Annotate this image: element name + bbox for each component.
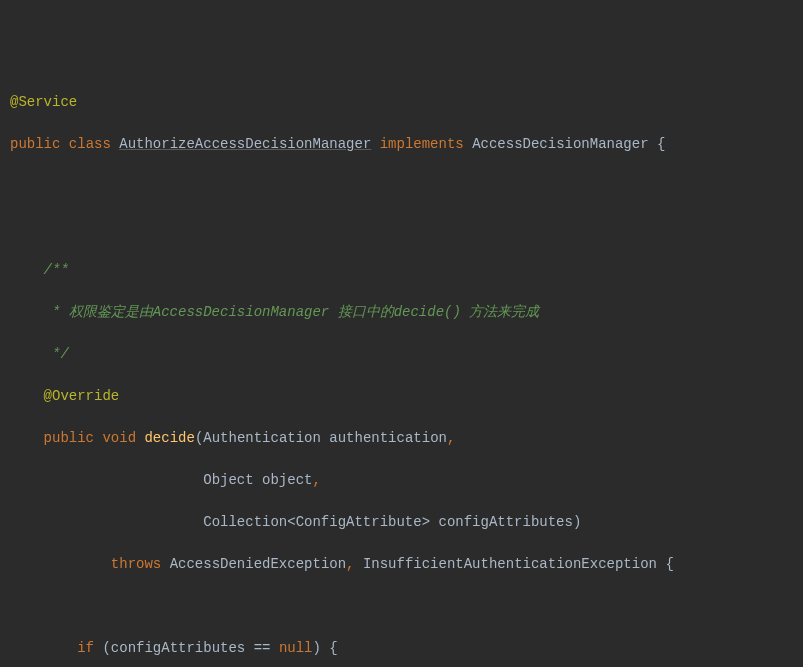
param-authentication: authentication	[329, 430, 447, 446]
comma: ,	[346, 556, 354, 572]
blank-line	[10, 218, 793, 239]
type-object: Object	[203, 472, 253, 488]
class-name: AuthorizeAccessDecisionManager	[119, 136, 371, 152]
annotation-service: @Service	[10, 94, 77, 110]
blank-line	[10, 176, 793, 197]
keyword-if: if	[77, 640, 94, 656]
type-authentication: Authentication	[203, 430, 321, 446]
code-line: @Service	[10, 92, 793, 113]
keyword-public: public	[44, 430, 94, 446]
code-line: if (configAttributes == null) {	[10, 638, 793, 659]
param-config-attributes: configAttributes	[438, 514, 572, 530]
brace-open: {	[665, 556, 673, 572]
paren-close: )	[573, 514, 581, 530]
comma: ,	[312, 472, 320, 488]
blank-line	[10, 596, 793, 617]
type-collection: Collection<ConfigAttribute>	[203, 514, 430, 530]
condition: (configAttributes ==	[102, 640, 278, 656]
condition-close: ) {	[312, 640, 337, 656]
annotation-override: @Override	[44, 388, 120, 404]
javadoc-body: * 权限鉴定是由AccessDecisionManager 接口中的decide…	[44, 304, 540, 320]
keyword-public: public	[10, 136, 60, 152]
param-object: object	[262, 472, 312, 488]
code-line: public class AuthorizeAccessDecisionMana…	[10, 134, 793, 155]
javadoc-close: */	[44, 346, 69, 362]
javadoc-open: /**	[44, 262, 69, 278]
implements-type: AccessDecisionManager	[472, 136, 648, 152]
keyword-throws: throws	[111, 556, 161, 572]
code-line: public void decide(Authentication authen…	[10, 428, 793, 449]
code-line: Collection<ConfigAttribute> configAttrib…	[10, 512, 793, 533]
brace-open: {	[657, 136, 665, 152]
keyword-null: null	[279, 640, 313, 656]
code-line: @Override	[10, 386, 793, 407]
exception-type: AccessDeniedException	[170, 556, 346, 572]
keyword-void: void	[102, 430, 136, 446]
code-line: */	[10, 344, 793, 365]
code-line: * 权限鉴定是由AccessDecisionManager 接口中的decide…	[10, 302, 793, 323]
keyword-implements: implements	[380, 136, 464, 152]
code-line: Object object,	[10, 470, 793, 491]
keyword-class: class	[69, 136, 111, 152]
exception-type: InsufficientAuthenticationException	[363, 556, 657, 572]
code-line: throws AccessDeniedException, Insufficie…	[10, 554, 793, 575]
method-decide: decide	[144, 430, 194, 446]
comma: ,	[447, 430, 455, 446]
code-line: /**	[10, 260, 793, 281]
